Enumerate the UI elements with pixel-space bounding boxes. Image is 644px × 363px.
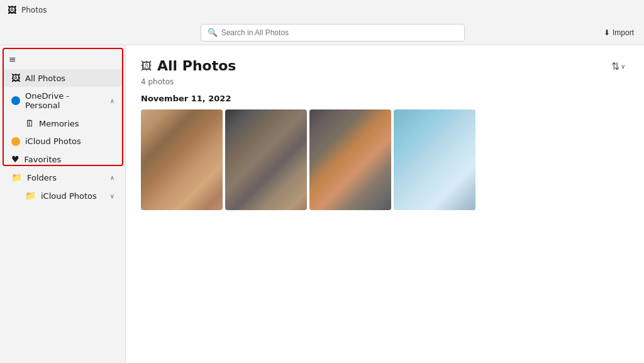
content-header: 🖼 All Photos ⇅ ∨	[141, 58, 629, 75]
sort-icon: ⇅	[611, 60, 619, 72]
photo-grid	[141, 109, 629, 210]
import-icon: ⬇	[604, 28, 610, 37]
page-icon: 🖼	[141, 59, 152, 72]
photo-count: 4 photos	[141, 77, 629, 86]
all-photos-icon: 🖼	[11, 73, 20, 83]
sidebar-item-favorites[interactable]: ♥ Favorites	[3, 150, 123, 168]
sidebar-item-label: All Photos	[25, 74, 65, 83]
sidebar-item-label: Memories	[39, 119, 79, 128]
title-bar: 🖼 Photos	[0, 0, 644, 20]
sort-button[interactable]: ⇅ ∨	[608, 58, 629, 75]
memories-icon: 🗓	[25, 118, 34, 128]
import-button[interactable]: ⬇ Import	[599, 26, 639, 40]
import-label: Import	[613, 28, 634, 37]
sidebar-item-label: iCloud Photos	[25, 137, 81, 146]
chevron-down-icon: ∨	[110, 193, 114, 199]
sidebar-item-label: iCloud Photos	[41, 191, 97, 201]
chevron-up-icon: ∧	[110, 98, 114, 104]
sort-chevron: ∨	[621, 63, 625, 70]
toolbar: 🔍 ⬇ Import	[0, 20, 644, 45]
main-layout: ≡ 🖼 All Photos OneDrive - Personal ∧ 🗓 M…	[0, 45, 644, 363]
photo-thumbnail[interactable]	[225, 109, 307, 210]
chevron-up-icon: ∧	[110, 174, 114, 181]
icloud-folder-icon: 📁	[25, 191, 36, 201]
photo-thumbnail[interactable]	[394, 109, 475, 210]
app-title: Photos	[21, 6, 47, 14]
icloud-icon	[11, 137, 20, 146]
content-area: 🖼 All Photos ⇅ ∨ 4 photos November 11, 2…	[126, 45, 644, 363]
search-input[interactable]	[221, 28, 458, 37]
sidebar-item-icloud-photos[interactable]: iCloud Photos	[3, 133, 123, 150]
favorites-icon: ♥	[11, 154, 19, 164]
onedrive-icon	[11, 96, 20, 105]
photo-thumbnail[interactable]	[309, 109, 391, 210]
sidebar: ≡ 🖼 All Photos OneDrive - Personal ∧ 🗓 M…	[0, 45, 126, 363]
sidebar-divider	[125, 45, 126, 363]
search-bar[interactable]: 🔍	[201, 24, 465, 42]
sidebar-item-label: Folders	[27, 173, 57, 182]
page-title-area: 🖼 All Photos	[141, 58, 236, 74]
sidebar-item-memories[interactable]: 🗓 Memories	[3, 114, 123, 132]
toolbar-right: ⬇ Import	[599, 26, 639, 40]
sidebar-item-onedrive[interactable]: OneDrive - Personal ∧	[3, 87, 123, 114]
app-icon: 🖼	[8, 5, 16, 15]
photo-thumbnail[interactable]	[141, 109, 223, 210]
menu-toggle[interactable]: ≡	[0, 50, 126, 68]
folders-icon: 📁	[11, 172, 22, 182]
hamburger-icon: ≡	[9, 54, 16, 64]
sidebar-item-all-photos[interactable]: 🖼 All Photos	[3, 69, 123, 87]
sidebar-item-folders[interactable]: 📁 Folders ∧	[3, 169, 123, 186]
search-icon: 🔍	[208, 28, 218, 37]
sidebar-item-icloud-folder[interactable]: 📁 iCloud Photos ∨	[3, 187, 123, 204]
date-header: November 11, 2022	[141, 94, 629, 103]
sidebar-item-label: Favorites	[25, 155, 62, 164]
sidebar-item-label: OneDrive - Personal	[25, 91, 105, 110]
page-title: All Photos	[157, 58, 236, 74]
